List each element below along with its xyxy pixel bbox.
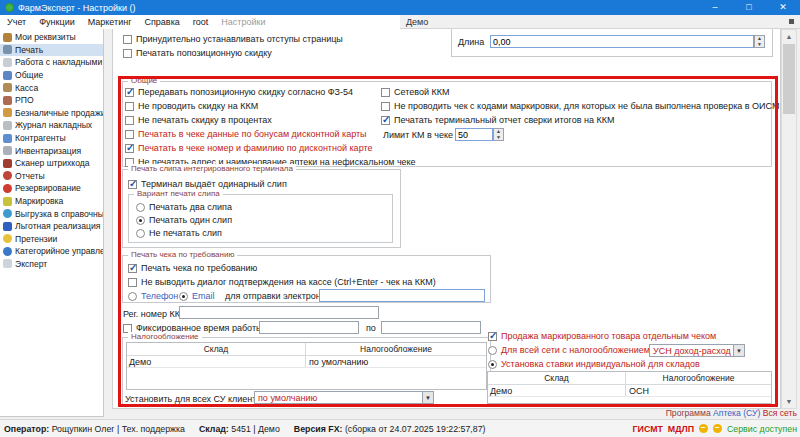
print-settings-panel: Принудительно устанавливать отступы стра… <box>112 29 781 409</box>
group-slip-caption: Печать слипа интегрированного терминала <box>128 164 296 173</box>
km-limit-input[interactable] <box>455 128 493 141</box>
menu-nastroiki[interactable]: Настройки <box>221 17 265 27</box>
set-all-su-dropdown[interactable]: по умолчанию ▼ <box>254 391 434 404</box>
radio-two-slips[interactable]: Печатать два слипа <box>136 201 232 213</box>
fixed-time-to-input[interactable] <box>381 321 481 334</box>
echeck-address-input[interactable] <box>319 289 485 302</box>
tax-col-sklad: Склад <box>127 344 305 354</box>
gismt-label: ГИСМТ <box>633 424 663 434</box>
sidebar-item-kategoriinoe[interactable]: Категорийное управление <box>0 245 103 258</box>
version-label: Версия FX: <box>294 424 343 434</box>
app-icon <box>5 3 14 12</box>
sidebar-item-obshchie[interactable]: Общие <box>0 69 103 82</box>
maximize-button[interactable]: □ <box>732 0 766 15</box>
radio-phone[interactable]: Телефон <box>128 290 178 302</box>
sidebar-item-rezervirovanie[interactable]: Резервирование <box>0 182 103 195</box>
scroll-down-icon[interactable]: ▼ <box>782 395 796 408</box>
sidebar-item-pretenzii[interactable]: Претензии <box>0 233 103 246</box>
length-spinner[interactable]: ▲▼ <box>754 35 765 48</box>
checkbox-marked-separate-check[interactable]: Продажа маркированного товара отдельным … <box>488 330 716 342</box>
sidebar-item-pechat[interactable]: Печать <box>0 44 103 57</box>
sidebar-item-kontragenty[interactable]: Контрагенты <box>0 132 103 145</box>
checkbox-bonus-data[interactable]: Печатать в чеке данные по бонусам дискон… <box>125 128 367 140</box>
length-input[interactable] <box>490 35 754 48</box>
menu-spravka[interactable]: Справка <box>144 17 179 27</box>
km-limit-label: Лимит КМ в чеке <box>383 129 453 141</box>
scroll-up-icon[interactable]: ▲ <box>782 30 796 43</box>
radio-no-slip[interactable]: Не печатать слип <box>136 227 222 239</box>
sidebar-item-kassa[interactable]: Касса <box>0 81 103 94</box>
menu-marketing[interactable]: Маркетинг <box>88 17 132 27</box>
sidebar-item-beznal[interactable]: Безналичные продажи <box>0 107 103 120</box>
menu-funkcii[interactable]: Функции <box>39 17 74 27</box>
marked-col-tax: Налогообложение <box>626 373 771 383</box>
scrollbar-thumb[interactable] <box>783 44 795 114</box>
checkbox-no-check-oism[interactable]: Не проводить чек с кодами маркировки, дл… <box>381 100 779 112</box>
fixed-time-po-label: по <box>366 322 376 334</box>
radio-one-slip[interactable]: Печатать один слип <box>136 214 232 226</box>
sidebar-item-markirovka[interactable]: Маркировка <box>0 195 103 208</box>
checkbox-card-number-name[interactable]: Печатать в чеке номер и фамилию по диско… <box>125 142 372 154</box>
program-app-link[interactable]: Аптека (СУ) <box>713 408 760 418</box>
marked-tax-table[interactable]: Склад Налогообложение Демо ОСН <box>487 371 772 404</box>
fixed-time-from-input[interactable] <box>259 321 359 334</box>
marking-icon <box>3 197 12 206</box>
sidebar-item-rpo[interactable]: РПО <box>0 94 103 107</box>
rpo-icon <box>3 96 12 105</box>
tax-table[interactable]: Склад Налогообложение Демо по умолчанию <box>126 342 487 390</box>
checkbox-ondemand-print[interactable]: Печать чека по требованию <box>128 262 257 274</box>
radio-individual-rate[interactable]: Установка ставки индивидуальной для скла… <box>488 358 700 370</box>
checkbox-no-discount-kkm[interactable]: Не проводить скидку на ККМ <box>125 100 258 112</box>
network-tax-dropdown[interactable]: УСН доход-расход ▼ <box>649 344 745 357</box>
sidebar-item-inventarizaciya[interactable]: Инвентаризация <box>0 144 103 157</box>
minimize-button[interactable]: – <box>698 0 732 15</box>
reg-number-input[interactable] <box>179 306 379 319</box>
checkbox-fz54-discount[interactable]: Передавать попозиционную скидку согласно… <box>125 86 353 98</box>
marked-col-sklad: Склад <box>488 373 625 383</box>
program-net-label: Вся сеть <box>763 408 797 418</box>
checkbox-no-percent-discount[interactable]: Не печатать скидку в процентах <box>125 114 272 126</box>
dropdown-arrow-icon: ▼ <box>733 345 744 356</box>
contractors-icon <box>3 134 12 143</box>
inventory-icon <box>3 146 12 155</box>
globe-icon <box>3 209 12 218</box>
category-icon <box>3 247 12 256</box>
marked-table-row[interactable]: Демо ОСН <box>488 385 771 397</box>
claims-icon <box>3 234 12 243</box>
tax-table-row[interactable]: Демо по умолчанию <box>127 356 486 368</box>
menu-root[interactable]: root <box>193 17 209 27</box>
sidebar-item-zhurnal[interactable]: Журнал накладных <box>0 119 103 132</box>
status-bar: Оператор: Рощупкин Олег | Тех. поддержка… <box>0 419 800 437</box>
length-label: Длина <box>458 36 484 48</box>
reg-number-label: Рег. номер ККМ <box>123 308 187 320</box>
menu-overflow-icon[interactable] <box>789 19 794 24</box>
sidebar-item-nakladnye[interactable]: Работа с накладными <box>0 56 103 69</box>
dropdown-arrow-icon: ▼ <box>422 392 433 403</box>
checkbox-network-kkm[interactable]: Сетевой ККМ <box>381 86 449 98</box>
sidebar-item-lgotnaya[interactable]: Льготная реализация <box>0 220 103 233</box>
sidebar-item-vygruzka[interactable]: Выгрузка в справочные <box>0 207 103 220</box>
radio-email[interactable]: Email <box>179 290 215 302</box>
workspace-tab-demo[interactable]: Демо <box>406 15 428 29</box>
close-button[interactable]: ✕ <box>766 0 800 15</box>
checkbox-no-confirm-dialog[interactable]: Не выводить диалог подтверждения на касс… <box>128 276 436 288</box>
sidebar-item-ekspert[interactable]: Эксперт <box>0 258 103 271</box>
checkbox-force-margins[interactable]: Принудительно устанавливать отступы стра… <box>123 33 343 45</box>
user-card-icon <box>3 33 12 42</box>
journal-icon <box>3 121 12 130</box>
menu-bar: Учет Функции Маркетинг Справка root Наст… <box>0 15 800 29</box>
menu-uchet[interactable]: Учет <box>7 17 26 27</box>
sklad-value: 5451 | Демо <box>231 424 280 434</box>
radio-whole-network-tax[interactable]: Для всей сети с налогообложением <box>488 344 650 356</box>
sklad-label: Склад: <box>199 424 229 434</box>
content-scrollbar[interactable]: ▲ ▼ <box>781 29 797 409</box>
reserve-icon <box>3 184 12 193</box>
tax-col-tax: Налогообложение <box>306 344 486 354</box>
checkbox-terminal-report[interactable]: Печатать терминальный отчет сверки итого… <box>381 114 614 126</box>
sidebar-item-moi-rekvizity[interactable]: Мои реквизиты <box>0 31 103 44</box>
sidebar-item-otchety[interactable]: Отчеты <box>0 170 103 183</box>
sidebar-item-skaner[interactable]: Сканер штрихкода <box>0 157 103 170</box>
km-limit-spinner[interactable]: ▲▼ <box>493 128 504 141</box>
checkbox-print-position-discount[interactable]: Печатать попозиционную скидку <box>123 47 272 59</box>
mdlp-label: МДЛП <box>668 424 694 434</box>
